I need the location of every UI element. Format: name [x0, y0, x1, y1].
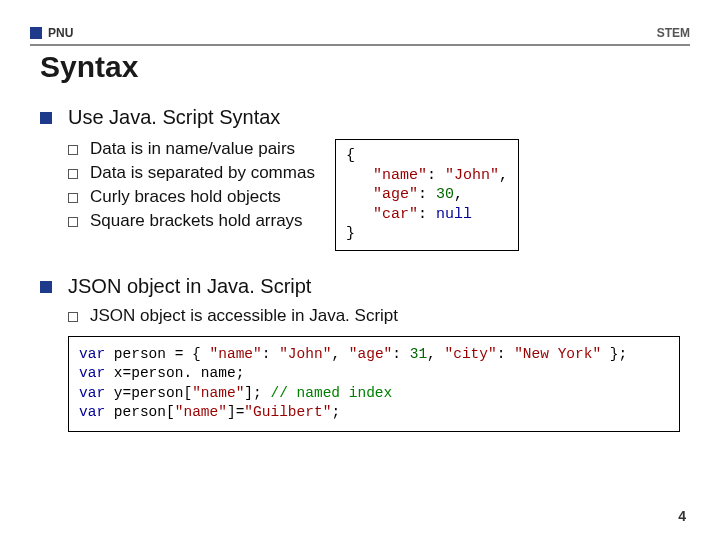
hollow-bullet-icon — [68, 193, 78, 203]
org-label: PNU — [48, 26, 73, 40]
header-left: PNU — [30, 26, 73, 40]
page-number: 4 — [678, 508, 686, 524]
hollow-bullet-icon — [68, 145, 78, 155]
section1-heading-row: Use Java. Script Syntax — [40, 106, 680, 129]
page-title: Syntax — [40, 50, 138, 84]
section2-heading-row: JSON object in Java. Script — [40, 275, 680, 298]
square-bullet-icon — [40, 112, 52, 124]
hollow-bullet-icon — [68, 169, 78, 179]
slide: PNU STEM Syntax Use Java. Script Syntax … — [0, 0, 720, 540]
hollow-bullet-icon — [68, 312, 78, 322]
bullet-text: JSON object is accessible in Java. Scrip… — [90, 306, 398, 326]
section2-heading: JSON object in Java. Script — [68, 275, 311, 298]
header-marker-icon — [30, 27, 42, 39]
bullet-text: Curly braces hold objects — [90, 187, 281, 207]
bullet-text: Data is in name/value pairs — [90, 139, 295, 159]
section1-bullets: Data is in name/value pairs Data is sepa… — [68, 139, 315, 235]
section1-content: Data is in name/value pairs Data is sepa… — [40, 139, 680, 251]
hollow-bullet-icon — [68, 217, 78, 227]
code-block-js-usage: var person = { "name": "John", "age": 31… — [68, 336, 680, 432]
bullet-text: Square brackets hold arrays — [90, 211, 303, 231]
dept-label: STEM — [657, 26, 690, 40]
list-item: JSON object is accessible in Java. Scrip… — [68, 306, 680, 326]
body: Use Java. Script Syntax Data is in name/… — [40, 100, 680, 432]
code-block-json-literal: { "name": "John", "age": 30, "car": null… — [335, 139, 519, 251]
list-item: Square brackets hold arrays — [68, 211, 315, 231]
list-item: Curly braces hold objects — [68, 187, 315, 207]
section2-bullets: JSON object is accessible in Java. Scrip… — [68, 306, 680, 326]
list-item: Data is in name/value pairs — [68, 139, 315, 159]
header-bar: PNU STEM — [30, 22, 690, 44]
bullet-text: Data is separated by commas — [90, 163, 315, 183]
header-rule — [30, 44, 690, 46]
section2: JSON object in Java. Script JSON object … — [40, 275, 680, 432]
square-bullet-icon — [40, 281, 52, 293]
section1-heading: Use Java. Script Syntax — [68, 106, 280, 129]
list-item: Data is separated by commas — [68, 163, 315, 183]
